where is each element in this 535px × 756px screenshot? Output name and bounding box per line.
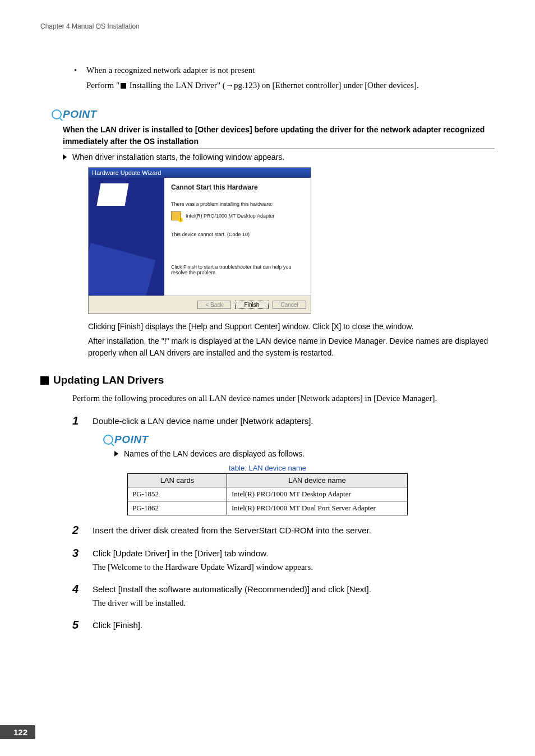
step-3-text: Click [Update Driver] in the [Driver] ta… <box>93 547 495 559</box>
step-5: 5 Click [Finish]. <box>72 619 495 631</box>
magnifier-icon <box>52 109 62 119</box>
inner-point-bullet: Names of the LAN devices are displayed a… <box>114 449 495 458</box>
dialog-heading: Cannot Start this Hardware <box>171 183 304 191</box>
step-3-sub: The [Welcome to the Hardware Update Wiza… <box>93 563 495 572</box>
section-heading: Updating LAN Drivers <box>40 374 495 386</box>
step-1: 1 Double-click a LAN device name under [… <box>72 415 495 427</box>
finish-button[interactable]: Finish <box>235 301 269 309</box>
triangle-right-icon <box>114 451 118 457</box>
triangle-right-icon <box>63 154 67 160</box>
prereq-text-b: Installing the LAN Driver" ( <box>127 81 225 90</box>
step-number: 1 <box>72 415 93 427</box>
table-row: PG-1852 Intel(R) PRO/1000 MT Desktop Ada… <box>128 487 408 501</box>
prereq-line-1: When a recognized network adapter is not… <box>86 64 255 77</box>
inner-point-bullet-text: Names of the LAN devices are displayed a… <box>124 449 305 458</box>
lan-device-table: LAN cards LAN device name PG-1852 Intel(… <box>127 473 408 515</box>
step-2-text: Insert the driver disk created from the … <box>93 524 495 536</box>
dialog-line-2: This device cannot start. (Code 10) <box>171 232 304 237</box>
section-heading-text: Updating LAN Drivers <box>53 374 164 386</box>
step-number: 3 <box>72 547 93 572</box>
table-caption: table: LAN device name <box>40 464 495 472</box>
step-1-text: Double-click a LAN device name under [Ne… <box>93 415 495 427</box>
black-square-icon <box>40 376 49 385</box>
step-5-text: Click [Finish]. <box>93 619 495 631</box>
step-2: 2 Insert the driver disk created from th… <box>72 524 495 536</box>
table-header-device: LAN device name <box>227 473 408 487</box>
page-number-badge: 122 <box>0 725 35 739</box>
after-dialog-p1: Clicking [Finish] displays the [Help and… <box>88 321 495 333</box>
step-4-sub: The driver will be installed. <box>93 598 495 608</box>
chapter-header: Chapter 4 Manual OS Installation <box>40 22 495 30</box>
dialog-footer: < Back Finish Cancel <box>89 296 311 314</box>
device-warning-icon <box>171 211 181 220</box>
table-cell: Intel(R) PRO/1000 MT Dual Port Server Ad… <box>227 501 408 515</box>
table-cell: PG-1852 <box>128 487 227 501</box>
inner-point-heading: POINT <box>103 434 495 446</box>
dialog-sidebar-graphic <box>89 178 164 296</box>
step-3: 3 Click [Update Driver] in the [Driver] … <box>72 547 495 572</box>
step-4-text: Select [Install the software automatical… <box>93 583 495 595</box>
step-number: 5 <box>72 619 93 631</box>
point-bullet-row: When driver installation starts, the fol… <box>63 153 495 162</box>
table-cell: PG-1862 <box>128 501 227 515</box>
section-intro: Perform the following procedures on all … <box>72 392 495 405</box>
point-label: POINT <box>114 434 149 446</box>
after-dialog-p2: After installation, the "!" mark is disp… <box>88 335 495 359</box>
arrow-right-icon: → <box>225 81 234 90</box>
point-heading: POINT <box>52 108 495 121</box>
point-bullet-text: When driver installation starts, the fol… <box>72 153 284 162</box>
hardware-wizard-dialog: Hardware Update Wizard Cannot Start this… <box>88 167 311 314</box>
dialog-line-3: Click Finish to start a troubleshooter t… <box>171 264 304 275</box>
point-label: POINT <box>63 108 97 121</box>
point-note-title: When the LAN driver is installed to [Oth… <box>63 124 495 149</box>
after-dialog-text: Clicking [Finish] displays the [Help and… <box>88 321 495 359</box>
bullet-glyph: • <box>74 64 86 77</box>
magnifier-icon <box>103 435 113 445</box>
dialog-device-name: Intel(R) PRO/1000 MT Desktop Adapter <box>186 213 274 219</box>
step-4: 4 Select [Install the software automatic… <box>72 583 495 608</box>
back-button[interactable]: < Back <box>197 301 231 309</box>
table-cell: Intel(R) PRO/1000 MT Desktop Adapter <box>227 487 408 501</box>
step-number: 4 <box>72 583 93 608</box>
prereq-text-a: Perform " <box>86 81 119 90</box>
cancel-button[interactable]: Cancel <box>273 301 306 309</box>
dialog-titlebar: Hardware Update Wizard <box>89 168 311 178</box>
step-number: 2 <box>72 524 93 536</box>
prereq-block: • When a recognized network adapter is n… <box>74 64 495 91</box>
dialog-line-1: There was a problem installing this hard… <box>171 201 304 207</box>
black-square-icon <box>121 83 126 89</box>
prereq-line-2: Perform " Installing the LAN Driver" (→p… <box>86 79 419 92</box>
prereq-text-c: pg.123) on [Ethernet controller] under [… <box>234 81 419 90</box>
table-header-cards: LAN cards <box>128 473 227 487</box>
table-row: PG-1862 Intel(R) PRO/1000 MT Dual Port S… <box>128 501 408 515</box>
